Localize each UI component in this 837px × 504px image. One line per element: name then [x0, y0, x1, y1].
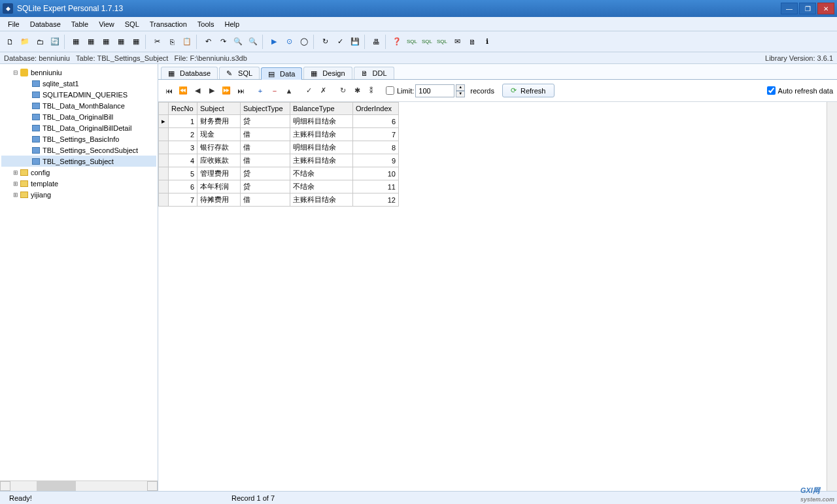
cell-subject[interactable]: 待摊费用 [197, 193, 241, 207]
maximize-button[interactable]: ❐ [799, 3, 816, 14]
tree-toggle-icon[interactable]: ⊞ [12, 169, 19, 176]
tree-node-tbl-data-originalbill[interactable]: TBL_Data_OriginalBill [1, 111, 156, 122]
tool-commit[interactable]: ✓ [333, 35, 347, 49]
cell-orderindex[interactable]: 12 [353, 193, 399, 207]
scroll-right-button[interactable] [147, 481, 158, 491]
tab-sql[interactable]: ✎SQL [219, 67, 260, 79]
menu-sql[interactable]: SQL [120, 19, 145, 29]
tool-new-trigger[interactable]: ▦ [129, 35, 143, 49]
nav-next-page-button[interactable]: ⏩ [220, 84, 233, 98]
tool-redo[interactable]: ↷ [216, 35, 230, 49]
cell-balancetype[interactable]: 明细科目结余 [290, 115, 353, 128]
scroll-left-button[interactable] [0, 481, 10, 491]
tool-execute-step[interactable]: ⊙ [282, 35, 296, 49]
limit-input[interactable] [415, 84, 454, 97]
tool-replace[interactable]: 🔍 [246, 35, 260, 49]
tool-copy[interactable]: ⎘ [165, 35, 179, 49]
tool-new-index[interactable]: ▦ [114, 35, 128, 49]
tool-drop-table[interactable]: ▦ [84, 35, 98, 49]
nav-edit-button[interactable]: ▲ [282, 84, 296, 98]
tool-rollback[interactable]: 💾 [348, 35, 362, 49]
cell-subjecttype[interactable]: 贷 [241, 180, 290, 193]
scroll-thumb[interactable] [37, 481, 76, 491]
menu-view[interactable]: View [94, 19, 120, 29]
cell-recno[interactable]: 2 [169, 128, 197, 141]
nav-prev-button[interactable]: ◀ [191, 84, 204, 98]
tool-sql1[interactable]: SQL [405, 35, 419, 49]
table-row[interactable]: 3银行存款借明细科目结余8 [159, 141, 399, 154]
nav-post-button[interactable]: ✓ [302, 84, 315, 98]
tree-toggle-icon[interactable]: ⊞ [12, 180, 19, 187]
tab-ddl[interactable]: 🗎DDL [354, 67, 394, 79]
cell-subject[interactable]: 应收账款 [197, 154, 241, 167]
menu-transaction[interactable]: Transaction [145, 19, 192, 29]
tree-toggle-icon[interactable]: ⊞ [12, 192, 19, 198]
nav-delete-button[interactable]: − [268, 84, 281, 98]
content-vscroll[interactable] [827, 102, 837, 491]
nav-last-button[interactable]: ⏭ [234, 84, 247, 98]
cell-balancetype[interactable]: 主账科目结余 [290, 154, 353, 167]
tool-new-db[interactable]: 🗋 [3, 35, 17, 49]
nav-next-button[interactable]: ▶ [205, 84, 218, 98]
cell-balancetype[interactable]: 不结余 [290, 167, 353, 180]
tool-open-db[interactable]: 📁 [18, 35, 32, 49]
cell-recno[interactable]: 3 [169, 141, 197, 154]
cell-subjecttype[interactable]: 借 [241, 193, 290, 207]
menu-database[interactable]: Database [25, 19, 66, 29]
tool-find[interactable]: 🔍 [231, 35, 245, 49]
nav-prev-page-button[interactable]: ⏪ [177, 84, 190, 98]
nav-first-button[interactable]: ⏮ [162, 84, 175, 98]
tool-mail[interactable]: ✉ [450, 35, 464, 49]
tree-node-benniuniu[interactable]: ⊟benniuniu [1, 67, 156, 78]
table-row[interactable]: 6本年利润贷不结余11 [159, 180, 399, 193]
tree-node-tbl-data-originalbilldetail[interactable]: TBL_Data_OriginalBillDetail [1, 122, 156, 133]
cell-subjecttype[interactable]: 借 [241, 128, 290, 141]
auto-refresh-checkbox[interactable] [767, 86, 776, 95]
cell-subjecttype[interactable]: 贷 [241, 115, 290, 128]
tree-node-tbl-settings-subject[interactable]: TBL_Settings_Subject [1, 156, 156, 167]
tool-execute[interactable]: ▶ [267, 35, 281, 49]
limit-spin-down[interactable]: ▼ [456, 91, 465, 97]
tool-new-table[interactable]: ▦ [69, 35, 83, 49]
nav-goto-button[interactable]: ⁑ [365, 84, 378, 98]
cell-orderindex[interactable]: 8 [353, 141, 399, 154]
cell-recno[interactable]: 4 [169, 154, 197, 167]
cell-subject[interactable]: 财务费用 [197, 115, 241, 128]
cell-subjecttype[interactable]: 借 [241, 154, 290, 167]
close-button[interactable]: ✕ [817, 3, 834, 14]
tool-cut[interactable]: ✂ [150, 35, 164, 49]
cell-balancetype[interactable]: 主账科目结余 [290, 128, 353, 141]
cell-orderindex[interactable]: 6 [353, 115, 399, 128]
cell-recno[interactable]: 1 [169, 115, 197, 128]
limit-checkbox[interactable] [386, 86, 394, 95]
tree-node-tbl-settings-secondsubject[interactable]: TBL_Settings_SecondSubject [1, 144, 156, 156]
tool-refresh-db[interactable]: 🔄 [48, 35, 62, 49]
tree-node-tbl-data-monthbalance[interactable]: TBL_Data_MonthBalance [1, 100, 156, 111]
sidebar-hscroll[interactable] [0, 480, 158, 491]
tool-print[interactable]: 🖶 [369, 35, 383, 49]
menu-tools[interactable]: Tools [192, 19, 220, 29]
table-row[interactable]: 2现金借主账科目结余7 [159, 128, 399, 141]
tree-toggle-icon[interactable]: ⊟ [12, 69, 19, 76]
tool-sql3[interactable]: SQL [435, 35, 449, 49]
cell-subject[interactable]: 现金 [197, 128, 241, 141]
cell-subjecttype[interactable]: 贷 [241, 167, 290, 180]
tab-design[interactable]: ▦Design [303, 67, 352, 79]
tool-sql2[interactable]: SQL [420, 35, 434, 49]
cell-balancetype[interactable]: 主账科目结余 [290, 193, 353, 207]
tool-about[interactable]: ℹ [480, 35, 494, 49]
table-row[interactable]: 5管理费用贷不结余10 [159, 167, 399, 180]
refresh-button[interactable]: ⟳ Refresh [502, 84, 555, 97]
nav-insert-button[interactable]: + [254, 84, 267, 98]
cell-subjecttype[interactable]: 借 [241, 141, 290, 154]
cell-subject[interactable]: 管理费用 [197, 167, 241, 180]
tool-begin-tx[interactable]: ↻ [318, 35, 332, 49]
cell-subject[interactable]: 银行存款 [197, 141, 241, 154]
tab-database[interactable]: ▦Database [161, 67, 218, 79]
tree-node-config[interactable]: ⊞config [1, 167, 156, 178]
tab-data[interactable]: ▤Data [261, 67, 302, 80]
menu-table[interactable]: Table [66, 19, 94, 29]
cell-recno[interactable]: 6 [169, 180, 197, 193]
db-tree[interactable]: ⊟benniuniusqlite_stat1SQLITEADMIN_QUERIE… [0, 64, 158, 480]
col-header-balancetype[interactable]: BalanceType [290, 103, 353, 115]
